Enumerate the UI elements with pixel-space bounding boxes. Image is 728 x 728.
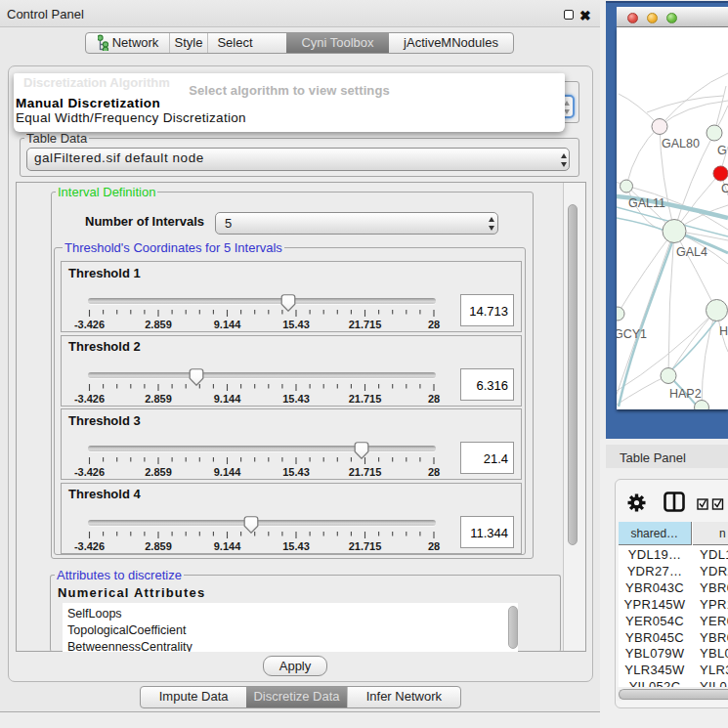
svg-text:GCY1: GCY1 xyxy=(617,327,647,341)
svg-text:GAL4: GAL4 xyxy=(676,245,707,259)
svg-text:GAL80: GAL80 xyxy=(662,137,700,150)
svg-text:G: G xyxy=(717,144,727,157)
svg-text:C: C xyxy=(721,182,728,195)
svg-text:H: H xyxy=(719,324,728,338)
svg-text:HAP2: HAP2 xyxy=(669,387,702,401)
svg-text:GAL11: GAL11 xyxy=(628,196,665,210)
